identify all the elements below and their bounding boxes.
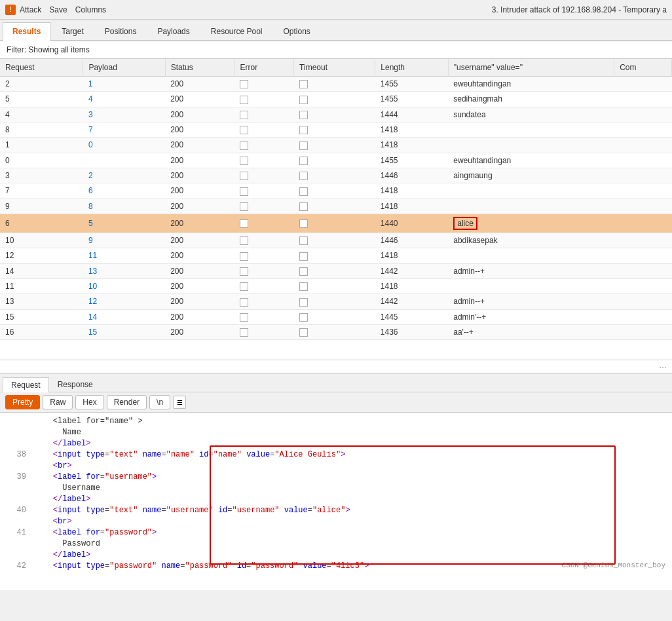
code-line: Password (7, 539, 665, 550)
table-row[interactable]: 542001455sedihaingmah (0, 92, 672, 107)
menu-columns[interactable]: Columns (75, 5, 106, 14)
resize-handle[interactable]: ··· (0, 360, 672, 374)
code-tab-pretty[interactable]: Pretty (5, 395, 40, 409)
error-checkbox[interactable] (240, 126, 248, 134)
timeout-checkbox[interactable] (299, 80, 308, 88)
table-row[interactable]: 14132001442admin--+ (0, 263, 672, 278)
error-checkbox[interactable] (240, 111, 248, 119)
timeout-checkbox[interactable] (299, 157, 308, 165)
error-checkbox[interactable] (240, 202, 248, 211)
filter-text: Filter: Showing all items (7, 45, 90, 54)
timeout-checkbox[interactable] (299, 219, 308, 228)
error-checkbox[interactable] (240, 298, 248, 307)
timeout-checkbox[interactable] (299, 96, 308, 104)
col-error: Error (234, 59, 294, 77)
code-tabs: Pretty Raw Hex Render \n ☰ (0, 392, 672, 413)
tab-request[interactable]: Request (3, 377, 49, 392)
nav-tabs: Results Target Positions Payloads Resour… (0, 20, 672, 41)
tab-target[interactable]: Target (52, 22, 93, 40)
col-com: Com (614, 59, 672, 77)
timeout-checkbox[interactable] (299, 111, 308, 119)
table-row[interactable]: 762001418 (0, 183, 672, 198)
code-line: </label> (7, 439, 665, 449)
code-line: 38 <input type="text" name="name" id="na… (7, 450, 665, 461)
table-row[interactable]: 16152001436aa'--+ (0, 324, 672, 339)
error-checkbox[interactable] (240, 236, 248, 245)
table-row[interactable]: 1092001446abdikasepak (0, 233, 672, 248)
code-line: 39 <label for="username"> (7, 472, 665, 483)
error-checkbox[interactable] (240, 282, 248, 291)
tab-response[interactable]: Response (49, 377, 102, 392)
code-line: <label for="name" > (7, 417, 665, 427)
code-line: Username (7, 483, 665, 494)
col-status: Status (165, 59, 234, 77)
timeout-checkbox[interactable] (299, 141, 308, 150)
filter-bar: Filter: Showing all items (0, 41, 672, 59)
col-payload: Payload (83, 59, 165, 77)
code-line: 41 <label for="password"> (7, 528, 665, 538)
highlighted-username: alice (453, 217, 477, 230)
timeout-checkbox[interactable] (299, 328, 308, 337)
error-checkbox[interactable] (240, 267, 248, 276)
table-row[interactable]: 12112001418 (0, 248, 672, 263)
col-request: Request (0, 59, 83, 77)
code-content[interactable]: <label for="name" > Name </label>38 <inp… (0, 413, 672, 573)
error-checkbox[interactable] (240, 187, 248, 196)
error-checkbox[interactable] (240, 252, 248, 261)
results-table: Request Payload Status Error Timeout Len… (0, 59, 672, 340)
table-row[interactable]: 982001418 (0, 198, 672, 214)
table-row[interactable]: 322001446aingmaung (0, 168, 672, 183)
code-tab-menu-icon[interactable]: ☰ (173, 396, 186, 409)
col-username-value: "username" value=" (448, 59, 614, 77)
table-row[interactable]: 212001455eweuhtandingan (0, 77, 672, 92)
timeout-checkbox[interactable] (299, 282, 308, 291)
timeout-checkbox[interactable] (299, 298, 308, 307)
table-row[interactable]: 872001418 (0, 122, 672, 137)
timeout-checkbox[interactable] (299, 236, 308, 245)
table-row[interactable]: 432001444sundatea (0, 107, 672, 122)
code-line: <br> (7, 573, 665, 573)
code-line: 40 <input type="text" name="username" id… (7, 506, 665, 516)
timeout-checkbox[interactable] (299, 252, 308, 261)
table-row[interactable]: 13122001442admin--+ (0, 294, 672, 309)
tab-options[interactable]: Options (274, 22, 320, 40)
title-bar: ! Attack Save Columns 3. Intruder attack… (0, 0, 672, 20)
tab-results[interactable]: Results (3, 22, 50, 41)
timeout-checkbox[interactable] (299, 202, 308, 211)
timeout-checkbox[interactable] (299, 313, 308, 322)
code-line: Name (7, 428, 665, 438)
error-checkbox[interactable] (240, 328, 248, 337)
error-checkbox[interactable] (240, 80, 248, 88)
code-tab-render[interactable]: Render (107, 395, 147, 409)
watermark: CSDN @Genius_Monster_boy (562, 561, 665, 569)
error-checkbox[interactable] (240, 172, 248, 180)
error-checkbox[interactable] (240, 219, 248, 228)
timeout-checkbox[interactable] (299, 267, 308, 276)
timeout-checkbox[interactable] (299, 126, 308, 134)
tab-resource-pool[interactable]: Resource Pool (201, 22, 272, 40)
error-checkbox[interactable] (240, 141, 248, 150)
error-checkbox[interactable] (240, 157, 248, 165)
code-line: <br> (7, 461, 665, 472)
table-row[interactable]: 15142001445admin'--+ (0, 309, 672, 324)
table-row[interactable]: 102001418 (0, 138, 672, 153)
table-row[interactable]: 11102001418 (0, 278, 672, 293)
table-row[interactable]: 02001455eweuhtandingan (0, 153, 672, 168)
menu-bar: Attack Save Columns (20, 5, 106, 14)
timeout-checkbox[interactable] (299, 172, 308, 180)
timeout-checkbox[interactable] (299, 187, 308, 196)
table-row[interactable]: 652001440alice (0, 214, 672, 233)
code-tab-raw[interactable]: Raw (43, 395, 73, 409)
col-timeout: Timeout (294, 59, 375, 77)
code-tab-hex[interactable]: Hex (75, 395, 103, 409)
tab-positions[interactable]: Positions (95, 22, 147, 40)
window-title: 3. Intruder attack of 192.168.98.204 - T… (492, 5, 667, 14)
tab-payloads[interactable]: Payloads (147, 22, 199, 40)
code-tab-newline[interactable]: \n (149, 395, 170, 409)
code-line: </label> (7, 550, 665, 561)
menu-save[interactable]: Save (49, 5, 67, 14)
results-table-area[interactable]: Request Payload Status Error Timeout Len… (0, 59, 672, 360)
error-checkbox[interactable] (240, 96, 248, 104)
menu-attack[interactable]: Attack (20, 5, 41, 14)
error-checkbox[interactable] (240, 313, 248, 322)
